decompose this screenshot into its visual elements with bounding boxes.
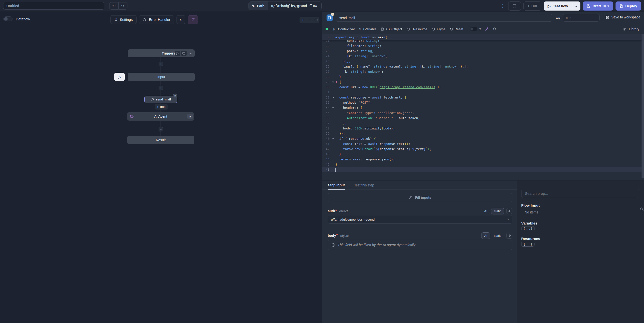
fold-chevron-icon[interactable] [332,137,334,139]
docs-button[interactable] [508,2,521,11]
auth-mode-ai[interactable]: AI [481,208,490,214]
result-label: Result [156,138,166,142]
more-menu-icon[interactable]: ⋮ [500,4,506,9]
flow-name-input[interactable] [3,2,104,10]
code-line-28[interactable]: 28 } [322,74,644,79]
code-line-35[interactable]: 35 "Content-Type": "application/json", [322,110,644,115]
node-ai-agent[interactable]: AI Agent a [127,112,194,121]
plus-minus-icon: ± [528,4,530,8]
ai-wand-icon[interactable] [483,26,491,33]
code-line-30[interactable]: 30 const url = new URL(`https://api.rese… [322,85,644,90]
redo-button[interactable]: ↷ [118,2,128,10]
run-from-input-button[interactable]: ▷ [114,73,125,81]
zoom-out-button[interactable]: − [306,17,313,23]
variables-chip[interactable]: {...} [521,226,534,231]
code-line-42[interactable]: 42 throw new Error(`${response.status} $… [322,146,644,152]
node-triggers[interactable]: Triggers + [128,49,195,57]
gear-icon[interactable]: ⚙ [491,25,498,33]
code-line-24[interactable]: 24 [k: string]: unknown; [322,54,644,59]
save-to-workspace-button[interactable]: Save to workspace [606,15,640,19]
auth-value-input[interactable]: u/farhadglbs/peerless_resend × [328,215,512,223]
test-flow-dropdown[interactable] [572,2,580,11]
add-tool-button[interactable]: + Tool [155,104,168,110]
clear-icon[interactable]: × [507,217,509,221]
code-line-26[interactable]: 26 tags?: { name?: string; value?: strin… [322,64,644,69]
code-line-29[interactable]: 29) { [322,79,644,85]
fit-view-button[interactable] [313,17,320,23]
code-line-34[interactable]: 34 headers: { [322,105,644,110]
node-result[interactable]: Result [127,136,194,144]
step-name-input[interactable] [336,14,552,22]
input-label: Input [158,75,165,79]
connect-input-button[interactable] [506,233,512,238]
code-line-23[interactable]: 23 path?: string; [322,48,644,54]
fold-chevron-icon[interactable] [332,106,334,108]
fold-chevron-icon[interactable] [332,96,334,98]
code-line-36[interactable]: 36 Authorization: "Bearer " + auth.token… [322,115,644,121]
body-mode-static[interactable]: static [491,232,504,239]
zoom-in-button[interactable]: + [300,17,306,23]
insert-step-button[interactable]: + [158,127,163,131]
auth-mode-static[interactable]: static [491,208,504,214]
code-line-32[interactable]: 32 const response = await fetch(url, { [322,95,644,100]
field-name: body [328,234,336,237]
add-trigger-button[interactable]: + [188,51,193,56]
code-editor[interactable]: 20 attachments?: {21 content?: string;22… [322,34,644,181]
fill-inputs-button[interactable]: Fill inputs [328,193,512,202]
code-line-31[interactable]: 31 [322,90,644,95]
node-input[interactable]: Input [128,73,195,81]
dataflow-toggle[interactable] [4,17,12,21]
fold-chevron-icon[interactable] [332,81,334,82]
email-trigger-button[interactable] [181,51,186,56]
scrollbar-thumb[interactable] [642,34,644,178]
add-type-button[interactable]: +Type [430,26,448,33]
diff-icon[interactable]: ± [477,25,484,33]
add-s3-object-button[interactable]: +S3 Object [378,26,404,33]
code-line-25[interactable]: 25 }[]; [322,59,644,64]
insert-step-button[interactable]: + [158,86,163,90]
insert-step-button[interactable]: + [158,62,163,66]
path-chip[interactable]: ✎ Path u/farhadglbs/grand_flow [248,1,322,10]
editor-setting-toggle[interactable] [470,27,477,31]
code-line-38[interactable]: 38 body: JSON.stringify(body), [322,126,644,131]
settings-button[interactable]: ⚙ Settings [110,15,136,24]
tab-step-input[interactable]: Step Input [328,181,345,190]
error-handler-button[interactable]: Error Handler [139,15,174,24]
code-line-37[interactable]: 37 }, [322,121,644,126]
context-var-button[interactable]: $ [176,15,185,24]
flow-canvas[interactable]: Dataflow ⚙ Settings Error Handler $ + − … [0,12,322,323]
draft-button[interactable]: Draft ⌘S [583,2,613,11]
prop-search-input[interactable] [521,189,639,198]
connect-input-button[interactable] [506,208,512,214]
code-line-43[interactable]: 43 } [322,152,644,157]
add-resource-button[interactable]: +Resource [404,26,430,33]
library-button[interactable]: Library [623,27,641,31]
ai-wand-button[interactable] [188,15,198,24]
add-context-var-button[interactable]: $+Context var [330,26,357,33]
deploy-button[interactable]: Deploy [616,2,641,11]
code-line-40[interactable]: 40 if (!response.ok) { [322,136,644,141]
body-mode-ai[interactable]: AI [481,232,490,239]
undo-button[interactable]: ↶ [109,2,118,10]
add-variable-button[interactable]: $+Variable [357,26,378,33]
code-line-27[interactable]: 27 [k: string]: unknown; [322,69,644,74]
reset-button[interactable]: Reset [448,26,465,33]
search-icon[interactable] [640,207,644,211]
diff-button[interactable]: ± Diff [524,2,541,11]
code-lines: 20 attachments?: {21 content?: string;22… [322,36,644,172]
tag-input[interactable] [563,14,600,22]
code-line-22[interactable]: 22 filename?: string; [322,43,644,48]
code-line-33[interactable]: 33 method: "POST", [322,100,644,105]
code-line-45[interactable]: 45} [322,162,644,167]
sticky-scroll-line[interactable]: 8 export async function main( [322,34,642,40]
code-line-39[interactable]: 39 }); [322,131,644,136]
webhook-trigger-button[interactable] [174,51,180,56]
node-send-mail[interactable]: send_mail [144,96,177,103]
resources-chip[interactable]: {...} [521,242,534,247]
code-line-44[interactable]: 44 return await response.json(); [322,157,644,162]
tab-test-this-step[interactable]: Test this step [354,181,374,190]
test-flow-button[interactable]: ▷ Test flow [544,2,580,11]
code-line-46[interactable]: 46 [322,167,644,172]
remove-step-button[interactable]: × [173,94,177,98]
code-line-41[interactable]: 41 const text = await response.text(); [322,141,644,146]
